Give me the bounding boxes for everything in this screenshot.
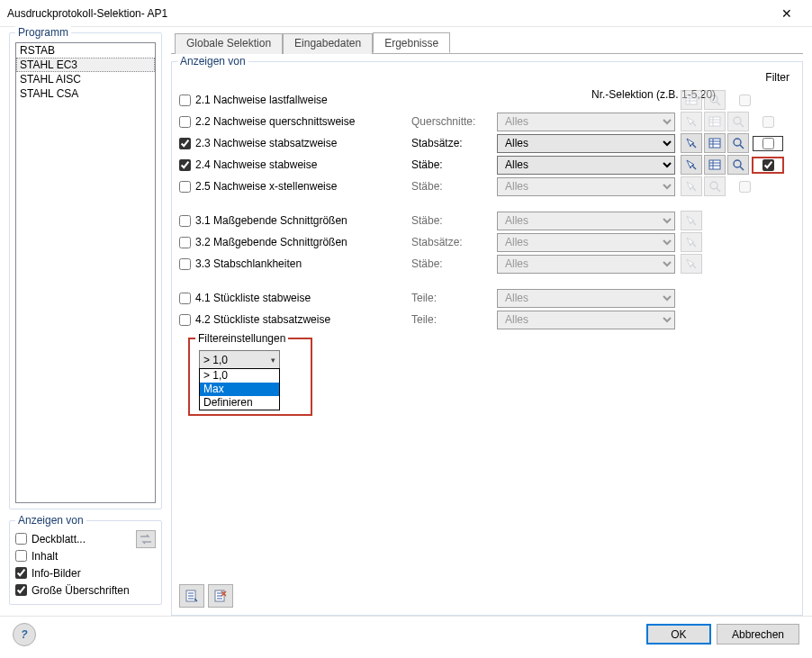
- result-row: 2.5 Nachweise x-stellenweiseStäbe:Alles: [179, 176, 795, 197]
- row-label: 2.4 Nachweise stabweise: [195, 158, 411, 171]
- list-icon-button[interactable]: [704, 112, 726, 131]
- help-button[interactable]: ?: [13, 623, 36, 646]
- result-row: 3.1 Maßgebende SchnittgrößenStäbe:Alles: [179, 210, 795, 231]
- row-checkbox[interactable]: [179, 258, 191, 270]
- row-category-label: Stäbe:: [411, 257, 497, 270]
- filter-option[interactable]: > 1,0: [200, 369, 279, 383]
- filter-select[interactable]: > 1,0 ▾: [199, 350, 280, 369]
- zoom-icon-button[interactable]: [727, 112, 749, 131]
- pick-icon-button[interactable]: [681, 112, 702, 131]
- row-checkbox[interactable]: [179, 159, 191, 171]
- close-button[interactable]: ✕: [769, 1, 805, 26]
- big-row: Große Überschriften: [15, 581, 156, 599]
- row-select[interactable]: Alles: [497, 113, 675, 131]
- svg-point-5: [734, 139, 741, 146]
- pick-icon-button[interactable]: [681, 155, 702, 175]
- zoom-icon-button[interactable]: [727, 155, 749, 175]
- pick-icon-button[interactable]: [681, 211, 702, 230]
- program-item[interactable]: STAHL EC3: [16, 58, 155, 72]
- result-row: 4.2 Stückliste stabsatzweiseTeile:Alles: [179, 309, 795, 330]
- filter-option[interactable]: Definieren: [200, 396, 279, 410]
- filter-select-value: > 1,0: [203, 354, 228, 366]
- row-select[interactable]: Alles: [497, 212, 675, 230]
- big-checkbox[interactable]: [15, 584, 27, 596]
- cover-row: Deckblatt...: [15, 530, 156, 547]
- filter-settings-box: Filtereinstellungen > 1,0 ▾ > 1,0MaxDefi…: [188, 338, 312, 416]
- big-label: Große Überschriften: [32, 584, 130, 597]
- row-checkbox[interactable]: [179, 237, 191, 248]
- row-label: 3.1 Maßgebende Schnittgrößen: [195, 214, 411, 227]
- row-select[interactable]: Alles: [497, 255, 675, 274]
- row-label: 2.2 Nachweise querschnittsweise: [195, 115, 411, 128]
- row-select[interactable]: Alles: [497, 233, 675, 252]
- filter-checkbox[interactable]: [762, 159, 774, 171]
- filter-checkbox[interactable]: [762, 138, 774, 149]
- row-category-label: Stabsätze:: [411, 236, 497, 248]
- row-category-label: Teile:: [411, 292, 497, 304]
- list-icon-button[interactable]: [704, 133, 726, 153]
- chevron-down-icon: ▾: [271, 356, 275, 365]
- main: Programm RSTABSTAHL EC3STAHL AISCSTAHL C…: [0, 27, 812, 616]
- panel-title: Anzeigen von: [177, 55, 248, 68]
- pick-icon-button[interactable]: [681, 232, 702, 252]
- row-checkbox[interactable]: [179, 215, 191, 227]
- row-select[interactable]: Alles: [497, 156, 675, 175]
- results-panel: Anzeigen von Filter Nr.-Selektion (z.B. …: [171, 61, 803, 616]
- list-icon-button[interactable]: [704, 155, 726, 175]
- filter-header: Filter: [765, 71, 789, 84]
- program-item[interactable]: STAHL AISC: [16, 72, 155, 86]
- swap-button[interactable]: [136, 530, 156, 548]
- ok-button[interactable]: OK: [646, 624, 711, 644]
- pick-icon-button[interactable]: [681, 254, 702, 274]
- svg-point-8: [710, 182, 717, 189]
- filter-option[interactable]: Max: [200, 383, 279, 396]
- result-row: 2.4 Nachweise stabweiseStäbe:Alles: [179, 154, 795, 176]
- content-checkbox[interactable]: [15, 550, 27, 562]
- tab[interactable]: Ergebnisse: [373, 32, 450, 53]
- zoom-icon-button[interactable]: [727, 133, 749, 153]
- row-select[interactable]: Alles: [497, 311, 675, 329]
- filter-checkbox: [762, 116, 774, 128]
- row-label: 2.5 Nachweise x-stellenweise: [195, 180, 411, 193]
- filter-settings-title: Filtereinstellungen: [195, 332, 288, 345]
- row-label: 4.1 Stückliste stabweise: [195, 292, 411, 304]
- row-checkbox[interactable]: [179, 138, 191, 149]
- svg-rect-4: [709, 139, 720, 148]
- row-select[interactable]: Alles: [497, 289, 675, 308]
- tab[interactable]: Globale Selektion: [175, 33, 283, 54]
- toolbar-btn-2[interactable]: [208, 584, 233, 608]
- toolbar-btn-1[interactable]: [179, 584, 204, 608]
- program-item[interactable]: STAHL CSA: [16, 86, 155, 101]
- row-select[interactable]: Alles: [497, 134, 675, 153]
- svg-rect-2: [709, 117, 720, 126]
- pick-icon-button[interactable]: [681, 133, 702, 153]
- list-icon-button[interactable]: [681, 90, 702, 110]
- zoom-icon-button[interactable]: [704, 90, 726, 110]
- row-category-label: Querschnitte:: [411, 115, 497, 128]
- tab[interactable]: Eingabedaten: [283, 33, 373, 54]
- filter-dropdown[interactable]: > 1,0MaxDefinieren: [199, 368, 280, 410]
- row-category-label: Stabsätze:: [411, 137, 497, 149]
- bottom-toolbar: [179, 584, 233, 608]
- row-label: 4.2 Stückliste stabsatzweise: [195, 313, 411, 326]
- row-select[interactable]: Alles: [497, 177, 675, 196]
- zoom-icon-button[interactable]: [704, 176, 726, 196]
- pick-icon-button[interactable]: [681, 176, 702, 196]
- row-checkbox[interactable]: [179, 314, 191, 326]
- row-checkbox[interactable]: [179, 95, 191, 106]
- row-checkbox[interactable]: [179, 181, 191, 193]
- cancel-button[interactable]: Abbrechen: [717, 624, 799, 644]
- row-label: 2.1 Nachweise lastfallweise: [195, 94, 411, 106]
- row-label: 2.3 Nachweise stabsatzweise: [195, 137, 411, 149]
- result-row: 3.2 Maßgebende SchnittgrößenStabsätze:Al…: [179, 231, 795, 253]
- row-checkbox[interactable]: [179, 293, 191, 304]
- filter-checkbox: [739, 95, 751, 106]
- info-checkbox[interactable]: [15, 567, 27, 579]
- cover-label: Deckblatt...: [32, 533, 86, 545]
- program-list[interactable]: RSTABSTAHL EC3STAHL AISCSTAHL CSA: [15, 42, 156, 503]
- program-item[interactable]: RSTAB: [16, 43, 155, 58]
- anzeigen-label: Anzeigen von: [15, 514, 86, 527]
- right-column: Globale SelektionEingabedatenErgebnisse …: [171, 32, 803, 616]
- row-checkbox[interactable]: [179, 116, 191, 128]
- cover-checkbox[interactable]: [15, 533, 27, 545]
